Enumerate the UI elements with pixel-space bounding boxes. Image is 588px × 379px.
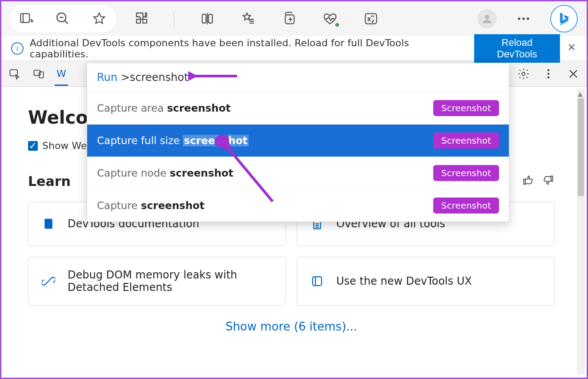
command-item[interactable]: Capture area screenshotScreenshot xyxy=(87,92,509,125)
scrollbar-thumb[interactable] xyxy=(578,98,584,196)
svg-point-16 xyxy=(548,76,550,78)
devtools-close-icon[interactable] xyxy=(565,66,581,82)
collections-icon[interactable] xyxy=(278,7,301,30)
settings-gear-icon[interactable] xyxy=(516,66,532,82)
svg-point-13 xyxy=(522,72,525,75)
zoom-out-icon[interactable] xyxy=(51,7,74,30)
math-solver-icon[interactable] xyxy=(359,7,383,30)
thumbs-up-icon[interactable] xyxy=(522,174,534,189)
command-query: >screenshot xyxy=(121,71,189,84)
kebab-menu-icon[interactable] xyxy=(540,66,556,82)
command-item[interactable]: Capture screenshotScreenshot xyxy=(87,190,509,222)
inspect-icon[interactable] xyxy=(7,66,23,82)
svg-rect-17 xyxy=(313,277,322,286)
svg-rect-0 xyxy=(20,14,29,23)
command-item-label: Capture area screenshot xyxy=(97,102,230,114)
command-item[interactable]: Capture full size screenshotScreenshot xyxy=(87,125,509,157)
card-debug-memory[interactable]: Debug DOM memory leaks with Detached Ele… xyxy=(28,257,286,306)
command-menu: Run >screenshot Capture area screenshotS… xyxy=(87,63,509,222)
command-input-row[interactable]: Run >screenshot xyxy=(87,63,509,92)
scrollbar[interactable]: ▲ xyxy=(577,89,585,374)
heart-pulse-icon[interactable]: ✓ xyxy=(318,7,342,30)
bing-icon[interactable] xyxy=(550,5,578,32)
read-aloud-icon[interactable] xyxy=(15,7,38,30)
thumbs-down-icon[interactable] xyxy=(542,174,555,189)
devtools-tabbar-right xyxy=(516,66,581,82)
command-category-badge: Screenshot xyxy=(433,133,499,149)
svg-rect-3 xyxy=(209,14,213,23)
command-category-badge: Screenshot xyxy=(433,198,499,214)
toolbar-mid-group: ✓ xyxy=(129,3,383,35)
reload-devtools-button[interactable]: Reload DevTools xyxy=(474,34,560,63)
puzzle-icon[interactable] xyxy=(129,7,153,30)
command-category-badge: Screenshot xyxy=(433,100,499,116)
browser-toolbar: ✓ xyxy=(1,1,587,36)
toolbar-separator xyxy=(174,11,174,27)
command-item-label: Capture screenshot xyxy=(97,200,205,211)
card-new-ux[interactable]: Use the new DevTools UX xyxy=(297,257,555,306)
devtools-info-bar: i Additional DevTools components have be… xyxy=(1,36,587,61)
link-icon xyxy=(42,274,55,288)
command-item-label: Capture full size screenshot xyxy=(97,135,249,146)
tab-welcome-stub[interactable]: W xyxy=(55,62,68,86)
svg-rect-2 xyxy=(202,14,206,23)
command-prefix: Run xyxy=(97,71,117,84)
svg-point-7 xyxy=(518,17,520,20)
info-close-icon[interactable] xyxy=(566,42,577,55)
toolbar-pill-group xyxy=(9,5,116,32)
info-icon: i xyxy=(11,42,24,55)
toolbar-right-group xyxy=(477,3,582,35)
svg-point-8 xyxy=(522,17,525,20)
command-category-badge: Screenshot xyxy=(433,165,499,181)
feedback-thumbs xyxy=(522,174,555,189)
more-icon[interactable] xyxy=(512,7,535,30)
svg-point-6 xyxy=(485,15,489,19)
svg-point-15 xyxy=(548,73,550,75)
info-message: Additional DevTools components have been… xyxy=(30,37,468,60)
profile-icon[interactable] xyxy=(477,9,497,28)
device-toggle-icon[interactable] xyxy=(31,66,47,82)
command-item-label: Capture node screenshot xyxy=(97,167,234,179)
card-label: Use the new DevTools UX xyxy=(336,275,472,287)
star-list-icon[interactable] xyxy=(237,7,260,30)
scroll-up-icon[interactable]: ▲ xyxy=(578,90,583,97)
svg-rect-5 xyxy=(365,14,377,24)
panel-icon xyxy=(310,274,324,288)
star-icon[interactable] xyxy=(88,7,111,30)
learn-heading: Learn xyxy=(28,173,71,189)
checkbox-checked-icon[interactable]: ✓ xyxy=(28,141,38,151)
svg-point-14 xyxy=(548,69,550,71)
card-label: Debug DOM memory leaks with Detached Ele… xyxy=(68,269,272,294)
svg-point-9 xyxy=(527,17,529,20)
show-more-link[interactable]: Show more (6 items)... xyxy=(28,320,555,333)
show-welcome-label: Show Wel xyxy=(42,140,89,151)
split-screen-icon[interactable] xyxy=(196,7,219,30)
command-item[interactable]: Capture node screenshotScreenshot xyxy=(87,157,509,190)
book-icon xyxy=(42,217,55,230)
command-list: Capture area screenshotScreenshotCapture… xyxy=(87,92,509,222)
